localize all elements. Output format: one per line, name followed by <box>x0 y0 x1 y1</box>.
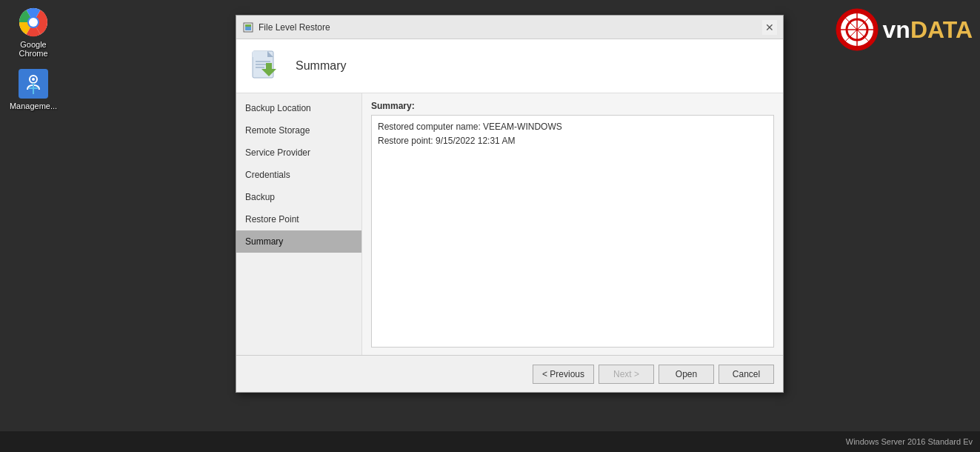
dialog-body: Backup Location Remote Storage Service P… <box>236 93 783 355</box>
management-icon-label: Manageme... <box>10 102 57 110</box>
previous-button[interactable]: < Previous <box>533 365 594 384</box>
close-button[interactable]: ✕ <box>762 20 777 35</box>
svg-rect-16 <box>245 24 251 27</box>
next-button[interactable]: Next > <box>599 365 654 384</box>
taskbar: Windows Server 2016 Standard Ev <box>0 431 980 452</box>
nav-item-restore-point[interactable]: Restore Point <box>236 208 361 230</box>
chrome-desktop-icon[interactable]: Google Chrome <box>7 7 59 58</box>
dialog-title: File Level Restore <box>259 22 762 33</box>
title-bar: File Level Restore ✕ <box>236 16 783 39</box>
summary-label: Summary: <box>371 101 774 111</box>
summary-text-area: Restored computer name: VEEAM-WINDOWS Re… <box>371 115 774 348</box>
nav-item-remote-storage[interactable]: Remote Storage <box>236 119 361 142</box>
vndata-logo: vnDATA <box>835 7 973 52</box>
vndata-brand-text: vnDATA <box>883 16 973 44</box>
svg-point-4 <box>32 78 35 81</box>
desktop-icons: Google Chrome Manageme... <box>7 7 59 110</box>
nav-item-service-provider[interactable]: Service Provider <box>236 142 361 164</box>
dialog-header: Summary <box>236 39 783 93</box>
nav-item-credentials[interactable]: Credentials <box>236 164 361 186</box>
desktop: Google Chrome Manageme... <box>0 0 980 452</box>
open-button[interactable]: Open <box>659 365 714 384</box>
nav-item-backup-location[interactable]: Backup Location <box>236 97 361 119</box>
dialog-header-title: Summary <box>296 59 346 73</box>
nav-item-backup[interactable]: Backup <box>236 186 361 208</box>
summary-line-1: Restored computer name: VEEAM-WINDOWS <box>378 120 767 134</box>
dialog-header-icon <box>248 48 284 84</box>
svg-point-2 <box>29 18 38 27</box>
taskbar-system-text: Windows Server 2016 Standard Ev <box>846 437 973 446</box>
file-level-restore-dialog: File Level Restore ✕ Summary <box>236 15 784 393</box>
dialog-footer: < Previous Next > Open Cancel <box>236 355 783 392</box>
chrome-icon-label: Google Chrome <box>7 40 59 58</box>
management-desktop-icon[interactable]: Manageme... <box>7 69 59 110</box>
cancel-button[interactable]: Cancel <box>719 365 774 384</box>
svg-rect-19 <box>253 51 267 57</box>
dialog-icon <box>242 21 254 33</box>
nav-item-summary[interactable]: Summary <box>236 230 361 253</box>
dialog-nav: Backup Location Remote Storage Service P… <box>236 93 362 355</box>
dialog-content: Summary: Restored computer name: VEEAM-W… <box>362 93 783 355</box>
summary-line-2: Restore point: 9/15/2022 12:31 AM <box>378 134 767 148</box>
